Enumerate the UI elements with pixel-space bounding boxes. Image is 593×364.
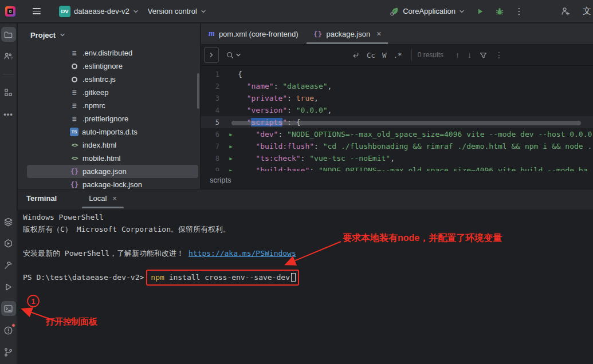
html-file-icon: <> xyxy=(70,154,79,163)
typescript-file-icon: TS xyxy=(70,128,78,136)
problems-tool-button[interactable] xyxy=(1,323,16,338)
close-icon[interactable]: × xyxy=(376,29,381,38)
line-number: 2 xyxy=(201,82,224,90)
terminal-output[interactable]: Windows PowerShell版权所有（C） Microsoft Corp… xyxy=(18,209,593,364)
tree-item-.eslintrc.js[interactable]: .eslintrc.js xyxy=(18,73,200,86)
terminal-tool-button[interactable] xyxy=(1,301,16,316)
tree-item-label: .prettierignore xyxy=(83,114,128,123)
editor-tab-package.json[interactable]: {}package.json× xyxy=(306,23,389,44)
tree-item-.env.distributed[interactable]: ≡.env.distributed xyxy=(18,46,200,60)
tree-item-mobile.html[interactable]: <>mobile.html xyxy=(18,152,200,165)
line-number: 8 xyxy=(201,155,224,163)
rail-divider xyxy=(3,74,14,74)
editor-tab-pom.xml[interactable]: mpom.xml (core-frontend) xyxy=(201,23,306,44)
tree-item-label: mobile.html xyxy=(83,154,120,163)
run-script-icon[interactable]: ▶ xyxy=(224,132,238,137)
eslint-file-icon xyxy=(72,64,77,69)
breadcrumb-item[interactable]: scripts xyxy=(210,176,231,184)
run-script-icon[interactable]: ▶ xyxy=(224,144,238,149)
pull-requests-tool-button[interactable]: ? xyxy=(1,49,16,64)
more-actions-button[interactable]: ⋮ xyxy=(510,3,528,20)
code-text: "private": true, xyxy=(238,94,319,102)
tree-item-.eslintignore[interactable]: .eslintignore xyxy=(18,60,200,73)
spring-leaf-icon xyxy=(390,6,399,16)
translate-plugin-button[interactable]: 文 xyxy=(576,3,593,20)
chevron-right-icon xyxy=(209,52,214,58)
terminal-prompt: PS D:\test\dataease-dev-v2> xyxy=(23,273,144,282)
vcs-widget[interactable]: Version control xyxy=(143,3,211,19)
terminal-tab-local[interactable]: Local × xyxy=(82,194,124,208)
terminal-line xyxy=(23,259,593,271)
json-file-icon: {} xyxy=(313,29,323,38)
run-tool-button[interactable] xyxy=(1,279,16,294)
close-icon[interactable]: × xyxy=(112,194,117,203)
search-history-button[interactable] xyxy=(226,51,241,60)
chevron-down-icon xyxy=(459,9,465,14)
json-file-icon: {} xyxy=(70,167,79,176)
terminal-text: 版权所有（C） Microsoft Corporation。保留所有权利。 xyxy=(23,225,230,234)
tree-item-label: .env.distributed xyxy=(83,49,132,57)
git-tool-button[interactable] xyxy=(1,345,16,359)
code-text: "build:flush": "cd ./flushbonading && ri… xyxy=(238,142,592,151)
run-button[interactable] xyxy=(472,3,489,20)
editor-search-bar: Cc W .* 0 results ↑ ↓ ⋮ xyxy=(201,45,593,66)
run-script-icon[interactable]: ▶ xyxy=(224,168,238,172)
tree-item-index.html[interactable]: <>index.html xyxy=(18,139,200,152)
project-tool-button[interactable] xyxy=(1,27,16,42)
previous-occurrence-button[interactable]: ↑ xyxy=(451,49,464,61)
search-expand-button[interactable] xyxy=(204,47,219,63)
run-script-icon[interactable]: ▶ xyxy=(224,156,238,161)
search-divider xyxy=(411,49,412,61)
tree-item-package-lock.json[interactable]: {}package-lock.json xyxy=(18,178,200,189)
structure-tool-button[interactable] xyxy=(1,85,16,100)
run-configuration-selector[interactable]: CoreApplication xyxy=(385,3,469,19)
tree-item-.prettierignore[interactable]: ≡.prettierignore xyxy=(18,112,200,125)
tree-item-.npmrc[interactable]: ≡.npmrc xyxy=(18,99,200,112)
chevron-down-icon xyxy=(60,32,65,38)
match-case-button[interactable]: Cc xyxy=(363,49,379,62)
tree-item-label: .eslintignore xyxy=(83,62,123,70)
editor-horizontal-scrollbar[interactable] xyxy=(231,121,581,125)
text-file-icon: ≡ xyxy=(70,101,79,110)
line-number: 4 xyxy=(201,106,224,114)
line-number: 6 xyxy=(201,130,224,139)
code-text: "name": "dataease", xyxy=(238,82,332,90)
filter-icon xyxy=(479,51,488,60)
whole-words-button[interactable]: W xyxy=(379,49,390,62)
code-text: "build:base": "NODE_OPTIONS=--max_old_sp… xyxy=(238,166,588,171)
search-icon xyxy=(226,51,234,60)
terminal-panel: Terminal Local × Windows PowerShell版权所有（… xyxy=(18,189,593,364)
tab-label: package.json xyxy=(327,30,371,38)
tool-window-rail: ? ••• xyxy=(0,23,17,364)
build-tool-button[interactable] xyxy=(1,258,16,272)
project-panel-header[interactable]: Project xyxy=(18,23,200,46)
filter-search-button[interactable] xyxy=(476,49,491,62)
code-text: "ts:check": "vue-tsc --noEmit", xyxy=(238,154,395,163)
terminal-link[interactable]: https://aka.ms/PSWindows xyxy=(188,249,296,258)
tree-item-label: .eslintrc.js xyxy=(83,75,116,84)
tree-item-.gitkeep[interactable]: ≡.gitkeep xyxy=(18,86,200,99)
terminal-line: 版权所有（C） Microsoft Corporation。保留所有权利。 xyxy=(23,223,593,235)
code-with-me-button[interactable] xyxy=(556,3,574,20)
services-tool-button[interactable] xyxy=(1,214,16,229)
regex-button[interactable]: .* xyxy=(390,49,406,62)
hamburger-menu-button[interactable] xyxy=(28,3,45,20)
debug-button[interactable] xyxy=(491,3,508,20)
git-branch-icon xyxy=(3,347,13,357)
search-more-button[interactable]: ⋮ xyxy=(491,49,507,61)
newline-icon xyxy=(351,51,360,60)
tree-item-auto-imports.d.ts[interactable]: TSauto-imports.d.ts xyxy=(18,125,200,139)
run-anything-tool-button[interactable] xyxy=(1,236,16,251)
next-occurrence-button[interactable]: ↓ xyxy=(464,49,476,61)
layers-icon xyxy=(3,217,13,227)
tree-item-package.json[interactable]: {}package.json xyxy=(27,165,198,178)
maven-file-icon: m xyxy=(209,29,215,38)
project-switcher[interactable]: DV dataease-dev-v2 xyxy=(54,3,143,19)
tree-scrollbar[interactable] xyxy=(197,73,199,109)
terminal-panel-title[interactable]: Terminal xyxy=(26,194,57,203)
search-input[interactable] xyxy=(241,45,348,65)
more-tool-windows-button[interactable]: ••• xyxy=(1,106,16,121)
code-editor[interactable]: 1{2 "name": "dataease",3 "private": true… xyxy=(201,66,593,171)
newline-button[interactable] xyxy=(348,49,363,62)
code-text: { xyxy=(238,70,242,78)
